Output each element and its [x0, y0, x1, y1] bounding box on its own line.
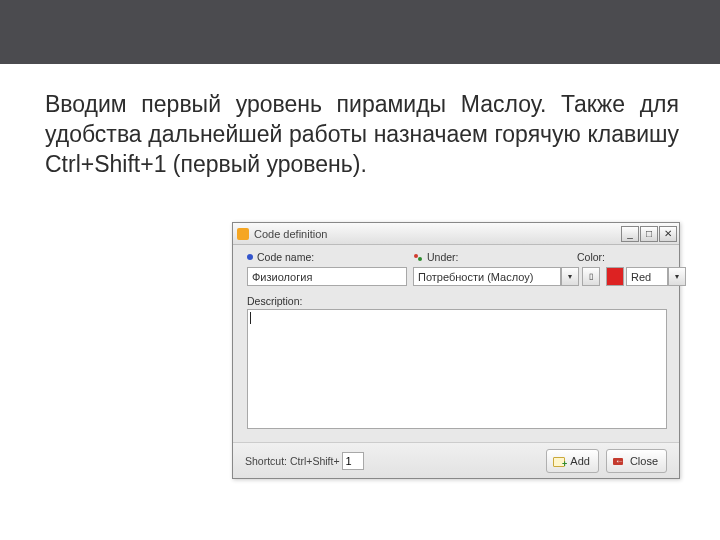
dialog-title: Code definition: [254, 228, 621, 240]
hierarchy-icon: [413, 252, 423, 262]
under-select-input[interactable]: [413, 267, 561, 286]
under-label: Under:: [427, 251, 459, 263]
under-dropdown-button[interactable]: ▾: [561, 267, 579, 286]
color-swatch[interactable]: [606, 267, 624, 286]
under-picker-button[interactable]: ▯: [582, 267, 600, 286]
minimize-button[interactable]: _: [621, 226, 639, 242]
color-dropdown-button[interactable]: ▾: [668, 267, 686, 286]
window-buttons: _ □ ✕: [621, 226, 679, 242]
field-labels-row: Code name: Under: Color:: [233, 251, 679, 263]
shortcut-label: Shortcut: Ctrl+Shift+: [245, 455, 340, 467]
color-select-input[interactable]: [626, 267, 668, 286]
bullet-icon: [247, 254, 253, 260]
maximize-button[interactable]: □: [640, 226, 658, 242]
color-label: Color:: [577, 251, 605, 263]
description-label: Description:: [247, 295, 302, 307]
slide-intro-text: Вводим первый уровень пирамиды Маслоу. Т…: [45, 90, 679, 180]
close-icon: [613, 455, 625, 467]
close-button[interactable]: Close: [606, 449, 667, 473]
field-inputs-row: ▾ ▯ ▾: [233, 267, 679, 286]
code-name-input[interactable]: [247, 267, 407, 286]
app-icon: [237, 228, 249, 240]
slide-header-bar: [0, 0, 720, 64]
text-cursor: [250, 312, 251, 324]
close-window-button[interactable]: ✕: [659, 226, 677, 242]
add-button[interactable]: Add: [546, 449, 599, 473]
titlebar[interactable]: Code definition _ □ ✕: [233, 223, 679, 245]
code-name-label: Code name:: [257, 251, 314, 263]
dialog-footer: Shortcut: Ctrl+Shift+ Add Close: [233, 442, 679, 478]
add-button-label: Add: [570, 455, 590, 467]
code-definition-dialog: Code definition _ □ ✕ Code name: Under: …: [232, 222, 680, 479]
add-icon: [553, 455, 565, 467]
close-button-label: Close: [630, 455, 658, 467]
shortcut-input[interactable]: [342, 452, 364, 470]
description-textarea[interactable]: [247, 309, 667, 429]
